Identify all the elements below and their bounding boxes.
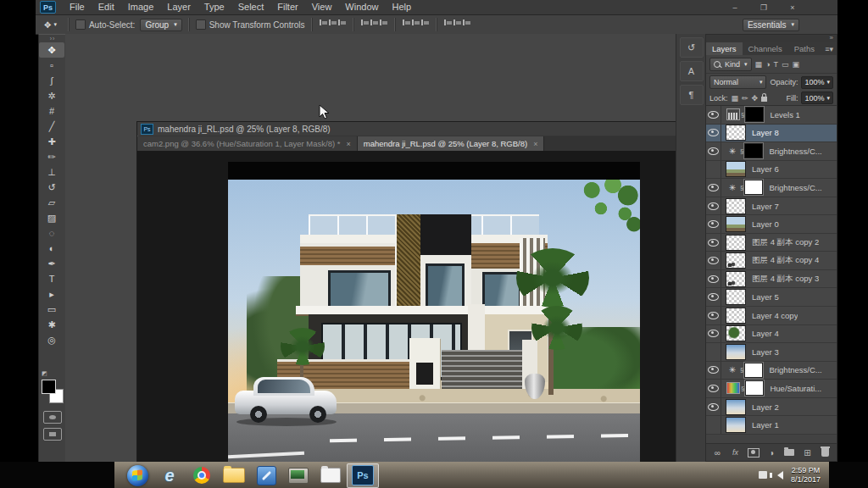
layer-thumbnail[interactable] — [726, 252, 746, 269]
type-tool[interactable]: T — [39, 271, 64, 286]
layer-mask-thumbnail[interactable] — [745, 380, 764, 396]
menu-select[interactable]: Select — [231, 0, 271, 14]
visibility-toggle[interactable] — [706, 215, 721, 233]
layer-group-icon[interactable] — [782, 446, 796, 458]
house-rendering-image[interactable] — [228, 162, 640, 469]
layer-thumbnail[interactable] — [726, 235, 746, 251]
layer-row[interactable]: Layer 4 copy — [706, 307, 837, 325]
visibility-toggle[interactable] — [706, 343, 721, 361]
menu-help[interactable]: Help — [385, 0, 418, 14]
quick-mask-button[interactable] — [43, 411, 62, 424]
tab-close-icon[interactable]: × — [533, 140, 537, 148]
layer-mask-icon[interactable] — [747, 446, 760, 458]
align-left-icon[interactable] — [319, 18, 328, 27]
internet-explorer-icon[interactable]: e — [153, 463, 186, 488]
auto-select-checkbox[interactable] — [75, 19, 86, 30]
menu-file[interactable]: File — [63, 0, 92, 14]
dist-left-icon[interactable] — [443, 18, 453, 27]
document-tab-2[interactable]: mahendra ji_RL.psd @ 25% (Layer 8, RGB/8… — [358, 136, 545, 151]
volume-icon[interactable] — [773, 471, 783, 480]
visibility-toggle[interactable] — [706, 325, 721, 343]
menu-type[interactable]: Type — [198, 0, 231, 14]
link-layers-icon[interactable]: ∞ — [710, 446, 724, 458]
layer-thumbnail[interactable] — [726, 308, 746, 324]
blur-tool[interactable]: ◌ — [39, 225, 64, 241]
lock-all-icon[interactable] — [761, 97, 767, 102]
align-top-icon[interactable] — [360, 18, 370, 27]
eraser-tool[interactable]: ▱ — [39, 195, 64, 210]
dist-v-center-icon[interactable] — [411, 18, 420, 27]
filter-smart-object-icon[interactable]: ▣ — [793, 60, 800, 69]
layer-row[interactable]: §Levels 1 — [706, 106, 837, 125]
document-titlebar[interactable]: Ps mahendra ji_RL.psd @ 25% (Layer 8, RG… — [137, 122, 740, 136]
filter-type-icon[interactable]: T — [773, 60, 778, 69]
crop-tool[interactable]: # — [39, 103, 64, 119]
menu-filter[interactable]: Filter — [270, 0, 304, 14]
hand-tool[interactable]: ✱ — [39, 317, 64, 332]
brightness-adjustment-icon[interactable]: ✳ — [726, 145, 739, 158]
dist-bottom-icon[interactable] — [420, 18, 430, 27]
filter-adjustment-icon[interactable]: ◑ — [765, 60, 770, 69]
align-h-center-icon[interactable] — [328, 18, 337, 27]
marquee-tool[interactable]: ▫ — [39, 58, 64, 73]
filter-kind-dropdown[interactable]: Kind ▾ — [709, 58, 752, 71]
move-tool[interactable]: ✥ — [39, 42, 64, 58]
zoom-tool[interactable]: ◎ — [39, 332, 64, 347]
close-button[interactable]: × — [782, 2, 804, 13]
layer-row[interactable]: Layer 3 — [706, 343, 837, 362]
healing-brush-tool[interactable]: ✚ — [39, 134, 64, 149]
path-selection-tool[interactable]: ▸ — [39, 286, 64, 302]
current-tool-icon[interactable]: ✥ ▾ — [44, 20, 57, 30]
show-transform-checkbox[interactable] — [196, 19, 206, 30]
visibility-toggle[interactable] — [706, 288, 721, 306]
layer-row[interactable]: Layer 4 — [706, 325, 837, 344]
foreground-color-swatch[interactable] — [42, 380, 56, 394]
layer-thumbnail[interactable] — [726, 289, 746, 305]
layer-mask-thumbnail[interactable] — [744, 363, 763, 378]
layer-row[interactable]: Layer 5 — [706, 288, 837, 307]
quick-selection-tool[interactable]: ✲ — [39, 88, 64, 103]
visibility-toggle[interactable] — [706, 252, 721, 269]
history-brush-tool[interactable]: ↺ — [39, 180, 64, 195]
layer-thumbnail[interactable] — [726, 161, 746, 177]
visibility-toggle[interactable] — [706, 125, 721, 142]
lasso-tool[interactable]: ∫ — [39, 73, 64, 88]
layer-row[interactable]: 图层 4 副本 copy 2 — [706, 234, 837, 252]
file-explorer-icon[interactable] — [218, 463, 250, 488]
rectangle-tool[interactable]: ▭ — [39, 302, 64, 317]
visibility-toggle[interactable] — [706, 416, 721, 434]
layer-thumbnail[interactable] — [726, 417, 746, 433]
panel-collapse-icon[interactable]: » — [706, 35, 837, 42]
photoshop-taskbar-icon[interactable]: Ps — [347, 463, 379, 488]
align-v-center-icon[interactable] — [370, 18, 379, 27]
minimize-button[interactable]: – — [724, 2, 746, 13]
layer-row[interactable]: 图层 4 副本 copy 4 — [706, 252, 837, 270]
adjustment-layer-icon[interactable]: ◑ — [765, 446, 778, 458]
brightness-adjustment-icon[interactable]: ✳ — [726, 363, 739, 376]
visibility-toggle[interactable] — [706, 142, 721, 160]
workspace-switcher-dropdown[interactable]: Essentials ▾ — [743, 19, 799, 31]
gradient-tool[interactable]: ▨ — [39, 210, 64, 225]
lock-transparency-icon[interactable]: ▦ — [732, 94, 739, 103]
layer-row[interactable]: ✳§Brightness/C... — [706, 362, 837, 380]
menu-image[interactable]: Image — [121, 0, 161, 14]
restore-button[interactable]: ❐ — [753, 2, 775, 13]
visibility-toggle[interactable] — [706, 362, 721, 380]
layer-row[interactable]: Layer 7 — [706, 197, 837, 216]
layer-row[interactable]: Layer 2 — [706, 398, 837, 417]
lock-pixels-icon[interactable]: ✏ — [742, 94, 748, 103]
layer-row[interactable]: Layer 0 — [706, 215, 837, 234]
layer-row[interactable]: ✳§Brightness/C... — [706, 142, 837, 161]
new-layer-icon[interactable]: ⊞ — [801, 446, 815, 458]
opacity-field[interactable]: 100% ▾ — [801, 76, 833, 89]
canvas-area[interactable] — [137, 151, 738, 479]
layer-thumbnail[interactable] — [726, 125, 746, 141]
default-swatches-icon[interactable]: ◩ — [42, 370, 52, 378]
media-app-icon[interactable] — [282, 463, 314, 488]
taskbar-clock[interactable]: 2:59 PM 8/1/2017 — [791, 466, 821, 485]
panel-menu-icon[interactable]: ≡▾ — [825, 42, 837, 55]
visibility-toggle[interactable] — [706, 270, 721, 288]
levels-adjustment-icon[interactable] — [726, 108, 740, 120]
layer-row[interactable]: §Hue/Saturati... — [706, 380, 837, 398]
brush-tool[interactable]: ✏ — [39, 149, 64, 164]
